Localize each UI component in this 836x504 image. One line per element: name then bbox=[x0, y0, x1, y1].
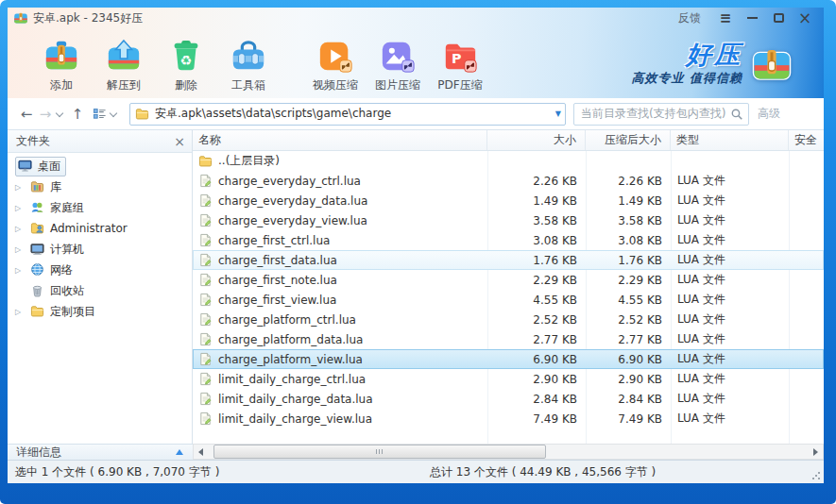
lua-file-icon bbox=[198, 293, 213, 308]
history-dropdown-icon[interactable] bbox=[56, 109, 63, 116]
toolbar-button-add[interactable]: 添加 bbox=[30, 35, 93, 93]
file-name: charge_first_data.lua bbox=[218, 254, 337, 267]
view-mode-button[interactable] bbox=[93, 107, 107, 121]
sidebar-item-custom-items[interactable]: ▷定制项目 bbox=[8, 301, 192, 322]
brand-name: 好压 bbox=[631, 42, 742, 67]
search-icon[interactable] bbox=[730, 108, 743, 121]
expand-arrow-icon[interactable]: ▷ bbox=[15, 225, 27, 233]
feedback-link[interactable]: 反馈 bbox=[678, 10, 701, 26]
file-packed-size: 2.29 KB bbox=[586, 274, 671, 287]
expand-arrow-icon[interactable]: ▷ bbox=[15, 183, 27, 192]
brand-text: 好压 高效专业 值得信赖 bbox=[631, 42, 742, 87]
file-row[interactable]: charge_first_ctrl.lua3.08 KB3.08 KBLUA 文… bbox=[193, 230, 824, 250]
sidebar-item-recycle-bin[interactable]: 回收站 bbox=[8, 280, 192, 301]
minimize-button[interactable] bbox=[741, 9, 763, 26]
file-type: LUA 文件 bbox=[671, 212, 789, 228]
sidebar-item-libraries[interactable]: ▷库 bbox=[8, 176, 192, 197]
toolbar-buttons: 添加解压到♻删除工具箱视频压缩图片压缩PPDF压缩 bbox=[30, 35, 491, 93]
file-row[interactable]: charge_platform_ctrl.lua2.52 KB2.52 KBLU… bbox=[193, 310, 824, 329]
brand-slogan: 高效专业 值得信赖 bbox=[631, 70, 742, 87]
file-row[interactable]: charge_first_view.lua4.55 KB4.55 KBLUA 文… bbox=[193, 290, 824, 310]
sidebar-item-label: 定制项目 bbox=[50, 304, 95, 320]
column-header-security[interactable]: 安全 bbox=[789, 130, 824, 150]
file-type: LUA 文件 bbox=[671, 391, 789, 407]
file-name: ..(上层目录) bbox=[218, 153, 280, 169]
file-size: 6.90 KB bbox=[487, 353, 586, 366]
column-header-size[interactable]: 大小 bbox=[487, 130, 586, 150]
file-size: 7.49 KB bbox=[487, 412, 586, 426]
toolbar-button-toolbox[interactable]: 工具箱 bbox=[217, 35, 280, 93]
maximize-button[interactable] bbox=[767, 9, 790, 26]
bottom-strip: 详细信息 bbox=[8, 444, 824, 460]
menu-button[interactable]: ≡ bbox=[714, 9, 737, 26]
column-header-type[interactable]: 类型 bbox=[671, 130, 789, 150]
back-button[interactable]: ← bbox=[17, 106, 36, 123]
expand-arrow-icon[interactable]: ▷ bbox=[15, 308, 27, 316]
pdf-compress-icon: P bbox=[442, 38, 478, 76]
horizontal-scrollbar[interactable] bbox=[193, 444, 824, 460]
sidebar-item-label: 回收站 bbox=[50, 283, 84, 299]
left-arrow-icon bbox=[198, 448, 203, 456]
file-row[interactable]: charge_everyday_view.lua3.58 KB3.58 KBLU… bbox=[193, 210, 824, 230]
up-button[interactable]: ↑ bbox=[68, 106, 87, 123]
parent-dir-row[interactable]: ..(上层目录) bbox=[193, 151, 824, 171]
toolbar-button-extract-to[interactable]: 解压到 bbox=[93, 35, 155, 93]
image-compress-icon bbox=[380, 38, 416, 76]
search-box[interactable]: 当前目录查找(支持包内查找) bbox=[573, 103, 749, 126]
column-header-packed-size[interactable]: 压缩后大小 bbox=[586, 130, 671, 150]
file-row[interactable]: charge_platform_view.lua6.90 KB6.90 KBLU… bbox=[193, 349, 824, 369]
details-toggle[interactable]: 详细信息 bbox=[8, 444, 193, 460]
scroll-right-arrow[interactable] bbox=[809, 445, 823, 459]
file-row[interactable]: limit_daily_charge_data.lua2.84 KB2.84 K… bbox=[193, 389, 824, 409]
file-rows: ..(上层目录)charge_everyday_ctrl.lua2.26 KB2… bbox=[193, 151, 824, 428]
scrollbar-thumb[interactable] bbox=[213, 445, 546, 459]
close-button[interactable]: × bbox=[793, 9, 816, 26]
sidebar-item-network[interactable]: ▷网络 bbox=[8, 260, 192, 280]
main-area: 文件夹 × 桌面▷库▷家庭组▷Administrator▷计算机▷网络回收站▷定… bbox=[8, 130, 824, 444]
file-name: limit_daily_charge_data.lua bbox=[218, 393, 373, 406]
maximize-icon bbox=[774, 13, 784, 23]
file-name: charge_platform_view.lua bbox=[218, 353, 363, 366]
toolbar-button-label: 解压到 bbox=[107, 77, 141, 93]
library-icon bbox=[30, 179, 46, 194]
column-header-name[interactable]: 名称 bbox=[193, 130, 487, 150]
expand-arrow-icon[interactable]: ▷ bbox=[15, 245, 27, 254]
search-placeholder: 当前目录查找(支持包内查找) bbox=[581, 106, 727, 122]
file-packed-size: 3.08 KB bbox=[586, 234, 671, 247]
file-row[interactable]: limit_daily_charge_view.lua7.49 KB7.49 K… bbox=[193, 409, 824, 428]
folder-panel-close-icon[interactable]: × bbox=[174, 134, 185, 149]
address-bar[interactable]: 安卓.apk\assets\data\scripts\game\charge ▼ bbox=[129, 103, 566, 126]
view-dropdown-icon[interactable] bbox=[110, 109, 117, 116]
file-row[interactable]: charge_platform_data.lua2.77 KB2.77 KBLU… bbox=[193, 329, 824, 349]
sidebar-item-computer[interactable]: ▷计算机 bbox=[8, 239, 192, 260]
sidebar-item-administrator[interactable]: ▷Administrator bbox=[8, 218, 192, 239]
file-row[interactable]: limit_daily_charge_ctrl.lua2.90 KB2.90 K… bbox=[193, 369, 824, 389]
file-row[interactable]: charge_everyday_ctrl.lua2.26 KB2.26 KBLU… bbox=[193, 171, 824, 191]
file-row[interactable]: charge_everyday_data.lua1.49 KB1.49 KBLU… bbox=[193, 191, 824, 210]
advanced-search-link[interactable]: 高级 bbox=[758, 106, 780, 122]
file-row[interactable]: charge_first_data.lua1.76 KB1.76 KBLUA 文… bbox=[193, 250, 824, 270]
sidebar-item-homegroup[interactable]: ▷家庭组 bbox=[8, 197, 192, 218]
file-size: 1.49 KB bbox=[487, 194, 586, 208]
toolbar-button-pdf-compress[interactable]: PPDF压缩 bbox=[429, 35, 491, 93]
address-dropdown-icon[interactable]: ▼ bbox=[555, 109, 561, 118]
expand-arrow-icon[interactable]: ▷ bbox=[15, 204, 27, 212]
file-row[interactable]: charge_first_note.lua2.29 KB2.29 KBLUA 文… bbox=[193, 270, 824, 290]
lua-file-icon bbox=[198, 193, 213, 209]
resize-grip[interactable] bbox=[811, 471, 821, 480]
forward-button[interactable]: → bbox=[36, 106, 55, 123]
toolbar-button-delete[interactable]: ♻删除 bbox=[155, 35, 217, 93]
sidebar-item-desktop[interactable]: 桌面 bbox=[8, 156, 192, 176]
scroll-left-arrow[interactable] bbox=[194, 445, 208, 459]
file-size: 2.77 KB bbox=[487, 333, 586, 346]
toolbar-button-video-compress[interactable]: 视频压缩 bbox=[304, 35, 367, 93]
file-size: 2.84 KB bbox=[487, 393, 586, 406]
expand-arrow-icon[interactable]: ▷ bbox=[15, 266, 27, 275]
folder-panel-header: 文件夹 × bbox=[8, 130, 192, 153]
lua-file-icon bbox=[198, 332, 213, 347]
file-type: LUA 文件 bbox=[671, 173, 789, 189]
file-size: 3.58 KB bbox=[487, 214, 586, 227]
file-name: charge_everyday_view.lua bbox=[218, 214, 367, 227]
file-type: LUA 文件 bbox=[671, 252, 789, 268]
toolbar-button-image-compress[interactable]: 图片压缩 bbox=[367, 35, 429, 93]
